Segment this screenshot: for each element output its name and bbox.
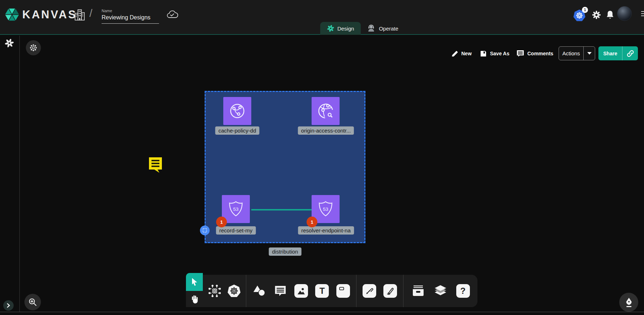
actions-button[interactable]: Actions: [559, 46, 595, 60]
cursor-icon: [191, 278, 199, 286]
kubernetes-tool[interactable]: [226, 283, 242, 299]
tool-dock-main: T: [203, 275, 477, 307]
pen-nib-icon: [624, 297, 634, 308]
tool-group-misc: ?: [403, 275, 477, 307]
circuit-chip-icon: [208, 284, 221, 297]
operator-headset-icon: [367, 24, 375, 33]
yellow-comment-icon: [148, 156, 163, 173]
chevron-expand-button[interactable]: [3, 300, 14, 311]
freehand-pen-icon: [383, 284, 397, 298]
record-set-issue-badge[interactable]: 1: [216, 217, 227, 227]
svg-text:53: 53: [323, 207, 328, 212]
text-icon: T: [315, 284, 329, 298]
gear-icon[interactable]: [592, 10, 601, 21]
comments-button-label: Comments: [527, 51, 553, 56]
new-button[interactable]: New: [451, 47, 472, 60]
pen-nib-button[interactable]: [619, 293, 638, 312]
drawer-tool[interactable]: [410, 283, 426, 299]
new-button-label: New: [461, 51, 472, 56]
node-label-origin-access: origin-access-contr...: [298, 126, 354, 135]
app-header: KANVAS / Name Reviewing Designs: [0, 0, 644, 35]
drawer-icon: [411, 285, 425, 297]
tool-group-annotations: T: [246, 275, 356, 307]
svg-text:53: 53: [233, 207, 238, 212]
meshery-spiral-logo[interactable]: [5, 38, 14, 49]
link-icon: [626, 50, 634, 57]
pointer-tools-column: [186, 275, 203, 307]
pan-tool-button[interactable]: [186, 291, 203, 307]
image-icon: [294, 284, 308, 298]
kubernetes-count-badge: 1: [582, 7, 588, 13]
actions-dropdown-toggle[interactable]: [583, 47, 595, 60]
save-as-button-label: Save As: [490, 51, 509, 56]
share-button-label: Share: [598, 51, 622, 56]
design-spiral-icon: [327, 25, 334, 32]
comment-tool[interactable]: [272, 283, 288, 299]
layers-icon: [434, 284, 447, 297]
tool-group-components: [203, 275, 246, 307]
kubernetes-context-icon[interactable]: 1: [573, 9, 590, 22]
node-label-record-set: record-set-my: [216, 226, 256, 235]
image-tool[interactable]: [293, 283, 309, 299]
copy-link-button[interactable]: [622, 46, 638, 60]
node-cache-policy[interactable]: [223, 97, 251, 125]
bell-icon[interactable]: [606, 10, 615, 21]
tool-group-pens: [356, 275, 403, 307]
flower-dots-icon: [29, 44, 37, 52]
group-label-distribution: distribution: [269, 247, 302, 256]
tool-dock: T: [186, 275, 477, 307]
zoom-in-button[interactable]: [24, 294, 41, 310]
name-field-label: Name: [102, 9, 159, 13]
kanvas-hexagon-logo[interactable]: [4, 6, 20, 24]
design-name-block: Name Reviewing Designs: [102, 9, 159, 24]
group-resize-handle[interactable]: [200, 226, 210, 235]
cloudfront-origin-access-icon: [317, 102, 334, 120]
avatar[interactable]: [617, 6, 632, 21]
bottom-border: [0, 312, 644, 312]
resolver-endpoint-issue-badge[interactable]: 1: [307, 217, 317, 227]
route53-shield-icon: 53: [318, 201, 333, 217]
comment-bubble-icon: [274, 285, 287, 297]
node-origin-access-control[interactable]: [312, 97, 340, 125]
chevron-right-icon: [6, 303, 11, 308]
edge-pen-tool[interactable]: [361, 283, 377, 299]
pencil-icon: [451, 50, 458, 57]
text-tool[interactable]: T: [314, 283, 330, 299]
component-designer-tool[interactable]: [207, 283, 223, 299]
actions-button-label: Actions: [559, 50, 583, 56]
edge-pen-icon: [363, 284, 376, 298]
tab-operate[interactable]: Operate: [362, 22, 403, 35]
kanvas-app: KANVAS / Name Reviewing Designs: [0, 0, 644, 315]
shapes-tool[interactable]: [251, 283, 267, 299]
dashed-square-icon: [202, 228, 207, 233]
whiteboard-flower-button[interactable]: [26, 40, 41, 55]
organization-building-icon[interactable]: [74, 9, 85, 23]
note-tool[interactable]: [335, 283, 351, 299]
help-tool[interactable]: ?: [455, 283, 471, 299]
comment-marker[interactable]: [148, 156, 163, 175]
menu-icon[interactable]: [641, 11, 644, 18]
tab-operate-label: Operate: [379, 26, 398, 32]
comment-icon: [516, 50, 524, 57]
save-as-button[interactable]: Save As: [480, 47, 509, 60]
route53-shield-icon: 53: [228, 201, 244, 217]
kubernetes-wheel-icon: [227, 284, 241, 298]
cloud-saved-icon: [166, 10, 178, 21]
hand-icon: [190, 295, 199, 304]
comments-button[interactable]: Comments: [516, 47, 553, 60]
cloudfront-globe-icon: [229, 103, 246, 119]
freehand-pen-tool[interactable]: [382, 283, 398, 299]
share-button[interactable]: Share: [598, 46, 638, 60]
save-icon: [480, 50, 487, 57]
tab-design[interactable]: Design: [320, 22, 361, 35]
layers-tool[interactable]: [433, 283, 448, 299]
magnifier-plus-icon: [28, 298, 37, 306]
brand-title: KANVAS: [22, 8, 77, 21]
select-tool-button[interactable]: [186, 273, 203, 291]
question-mark-icon: ?: [456, 284, 470, 298]
shapes-icon: [253, 285, 266, 297]
node-label-cache-policy: cache-policy-dd: [215, 126, 259, 135]
design-name-input[interactable]: Reviewing Designs: [102, 14, 159, 24]
left-rail: [0, 36, 20, 312]
node-label-resolver-endpoint: resolver-endpoint-na: [298, 226, 354, 235]
